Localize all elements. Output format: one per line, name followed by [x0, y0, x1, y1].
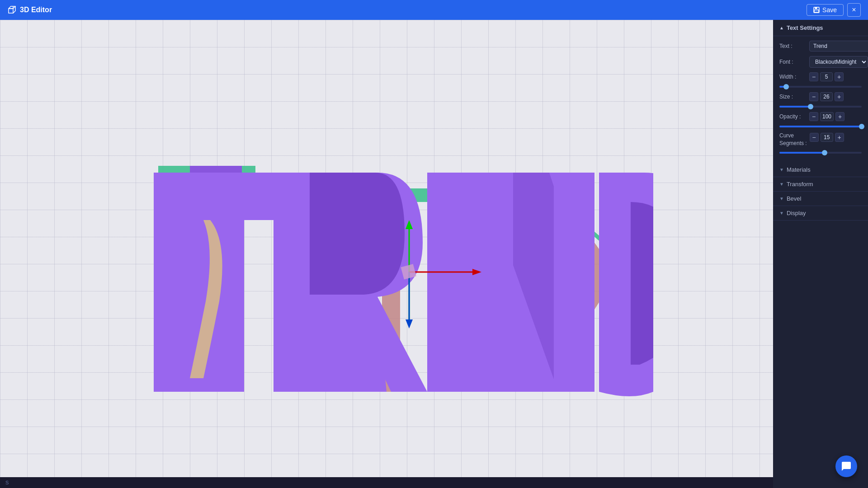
curve-segments-slider-row[interactable] [779, 152, 862, 154]
opacity-slider-fill [779, 126, 862, 127]
curve-segments-value: 15 [821, 133, 833, 142]
svg-rect-23 [427, 360, 518, 392]
app-title: 3D Editor [20, 6, 52, 14]
text-label: Text : [779, 43, 807, 49]
close-icon: × [852, 6, 856, 14]
text-settings-header[interactable]: ▲ Text Settings [773, 20, 868, 36]
materials-section[interactable]: ▼ Materials [773, 163, 868, 177]
size-increase-button[interactable]: + [835, 92, 844, 101]
svg-marker-30 [406, 319, 413, 328]
save-button[interactable]: Save [807, 4, 844, 16]
opacity-slider-row[interactable] [779, 126, 862, 127]
width-slider-row[interactable] [779, 86, 862, 88]
size-stepper: − 26 + [809, 92, 844, 101]
size-slider-track[interactable] [779, 106, 862, 108]
opacity-value: 100 [820, 112, 834, 121]
display-chevron-icon: ▼ [779, 211, 784, 216]
svg-rect-5 [815, 7, 817, 9]
text-settings-body: Text : Apply Font : BlackoutMidnight Ari… [773, 36, 868, 163]
title-bar-left: 3D Editor [7, 5, 52, 14]
right-panel: ▲ Text Settings Text : Apply Font : Blac… [773, 20, 868, 488]
opacity-slider-thumb[interactable] [859, 124, 864, 129]
close-button[interactable]: × [847, 3, 861, 17]
curve-segments-increase-button[interactable]: + [835, 133, 844, 142]
text-control-row: Text : Apply [779, 41, 862, 52]
transform-section[interactable]: ▼ Transform [773, 177, 868, 192]
chat-icon [841, 461, 852, 472]
svg-rect-6 [814, 10, 819, 12]
status-text: S [5, 480, 9, 485]
3d-text-svg [120, 84, 653, 423]
font-select[interactable]: BlackoutMidnight Arial Impact [809, 56, 868, 68]
width-slider-track[interactable] [779, 86, 862, 88]
size-value: 26 [820, 92, 833, 101]
save-label: Save [822, 6, 837, 14]
width-increase-button[interactable]: + [835, 72, 844, 81]
materials-label: Materials [787, 166, 811, 173]
width-stepper: − 5 + [809, 72, 844, 81]
save-icon [813, 7, 820, 13]
text-settings-label: Text Settings [787, 24, 823, 31]
chat-bubble-button[interactable] [835, 455, 857, 477]
svg-rect-21 [427, 173, 518, 204]
width-value: 5 [820, 72, 833, 81]
cube-icon [7, 5, 16, 14]
size-slider-row[interactable] [779, 106, 862, 108]
opacity-slider-track[interactable] [779, 126, 862, 127]
size-slider-fill [779, 106, 811, 108]
size-slider-thumb[interactable] [808, 104, 813, 109]
opacity-stepper: − 100 + [809, 112, 844, 121]
size-label: Size : [779, 94, 807, 100]
width-decrease-button[interactable]: − [809, 72, 818, 81]
svg-rect-22 [427, 265, 509, 292]
curve-segments-slider-fill [779, 152, 825, 154]
curve-segments-slider-track[interactable] [779, 152, 862, 154]
width-control-row: Width : − 5 + [779, 72, 862, 81]
text-input-group: Apply [809, 41, 868, 52]
text-settings-chevron: ▲ [779, 25, 784, 30]
display-section[interactable]: ▼ Display [773, 206, 868, 221]
opacity-control-row: Opacity : − 100 + [779, 112, 862, 121]
transform-label: Transform [787, 181, 813, 188]
bevel-label: Bevel [787, 195, 802, 202]
title-bar: 3D Editor Save × [0, 0, 868, 20]
curve-segments-decrease-button[interactable]: − [810, 133, 819, 142]
display-label: Display [787, 210, 806, 216]
transform-chevron-icon: ▼ [779, 182, 784, 187]
bevel-section[interactable]: ▼ Bevel [773, 192, 868, 206]
bevel-chevron-icon: ▼ [779, 196, 784, 201]
svg-rect-0 [9, 9, 13, 13]
curve-segments-label: CurveSegments : [779, 132, 807, 147]
curve-segments-control-row: CurveSegments : − 15 + [779, 132, 862, 147]
opacity-label: Opacity : [779, 113, 807, 120]
opacity-decrease-button[interactable]: − [809, 112, 818, 121]
font-control-row: Font : BlackoutMidnight Arial Impact [779, 56, 862, 68]
viewport[interactable]: S [0, 20, 773, 488]
font-label: Font : [779, 59, 807, 65]
size-decrease-button[interactable]: − [809, 92, 818, 101]
viewport-content [0, 20, 773, 488]
width-slider-thumb[interactable] [783, 84, 789, 89]
size-control-row: Size : − 26 + [779, 92, 862, 101]
width-label: Width : [779, 74, 807, 80]
curve-segments-slider-thumb[interactable] [822, 150, 827, 155]
title-bar-right: Save × [807, 3, 861, 17]
curve-segments-stepper: − 15 + [810, 133, 844, 142]
opacity-increase-button[interactable]: + [835, 112, 844, 121]
text-field[interactable] [809, 41, 868, 52]
main-layout: S ▲ Text Settings Text : Apply Font : Bl [0, 20, 868, 488]
status-bar: S [0, 477, 773, 488]
materials-chevron-icon: ▼ [779, 167, 784, 172]
